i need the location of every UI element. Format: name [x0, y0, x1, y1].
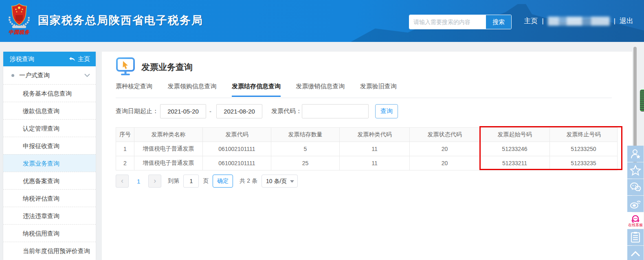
search-input[interactable]: [409, 15, 486, 29]
cell-stock-quantity: 25: [271, 156, 340, 170]
sidebar-home-label: 主页: [78, 55, 90, 63]
invoice-code-label: 发票代码：: [271, 107, 302, 115]
goto-page-input[interactable]: [183, 175, 199, 188]
next-page-button[interactable]: ›: [148, 175, 161, 188]
cell-seq: 2: [116, 156, 134, 170]
cell-invoice-code: 061002101111: [203, 156, 271, 170]
sidebar-item-violations[interactable]: 违法违章查询: [3, 207, 96, 224]
sidebar-group-one-stop-query[interactable]: 一户式查询: [3, 66, 96, 84]
cell-stock-quantity: 5: [271, 142, 340, 156]
total-count: 共 2 条: [240, 177, 257, 185]
tab-invoice-type-approval[interactable]: 票种核定查询: [116, 83, 152, 96]
invoice-code-input[interactable]: [302, 104, 369, 118]
query-filters: 查询日期起止： - 发票代码： 查询: [116, 104, 398, 118]
cell-invoice-type-name: 增值税电子普通发票: [134, 142, 203, 156]
date-from-input[interactable]: [160, 104, 206, 118]
sidebar-item-tax-basic-info[interactable]: 税务基本信息查询: [3, 84, 96, 102]
wechat-icon: [630, 182, 641, 192]
national-emblem-icon: [7, 2, 32, 30]
page-size-value: 10 条/页: [266, 178, 287, 184]
cell-invoice-code: 061002101111: [203, 142, 271, 156]
sidebar-item-invoice-business[interactable]: 发票业务查询: [3, 154, 96, 172]
col-start-number: 发票起始号码: [480, 128, 550, 142]
page-size-select[interactable]: 10 条/页: [262, 175, 298, 188]
sidebar-home-button[interactable]: 主页: [69, 55, 90, 63]
col-stock-quantity: 发票结存数量: [271, 128, 340, 142]
weibo-share-button[interactable]: [627, 196, 644, 212]
tab-bar: 票种核定查询 发票领购信息查询 发票结存信息查询 发票缴销信息查询 发票验旧查询: [116, 83, 612, 98]
back-to-top-button[interactable]: [627, 246, 644, 260]
chevron-down-icon: [84, 74, 90, 77]
main-panel: 发票业务查询 票种核定查询 发票领购信息查询 发票结存信息查询 发票缴销信息查询…: [102, 52, 632, 260]
cell-seq: 1: [116, 142, 134, 156]
page-title: 发票业务查询: [141, 61, 193, 73]
app-header: 中国税务 国家税务总局陕西省电子税务局 搜索 主页 | | 退出: [0, 0, 644, 42]
logout-link[interactable]: 退出: [620, 16, 633, 26]
sidebar-item-credit-preassessment[interactable]: 当前年度信用预评价查询: [3, 242, 96, 259]
tab-invoice-verification[interactable]: 发票验旧查询: [360, 83, 397, 96]
col-invoice-type-name: 发票种类名称: [134, 128, 203, 142]
sidebar: 涉税查询 主页 一户式查询 税务基本信息查询 缴款信息查询 认定管理查询 申报征…: [3, 52, 96, 260]
date-separator: -: [209, 108, 211, 115]
goto-page-prefix: 到第: [168, 177, 179, 185]
back-arrow-icon: [69, 57, 75, 61]
member-favorite-button[interactable]: [627, 146, 644, 162]
col-end-number: 发票终止号码: [550, 128, 618, 142]
header-search: 搜索: [409, 15, 512, 29]
cell-invoice-type-name: 增值税电子普通发票: [134, 156, 203, 170]
search-button[interactable]: 搜索: [486, 15, 511, 29]
favorite-button[interactable]: [627, 162, 644, 179]
header-nav: 主页 | | 退出: [524, 16, 633, 26]
browser-extension-handle[interactable]: [640, 90, 644, 111]
sidebar-item-tax-assessment[interactable]: 纳税评估查询: [3, 189, 96, 207]
sidebar-group-label: 一户式查询: [19, 72, 50, 79]
guide-list-button[interactable]: [627, 229, 644, 245]
current-page[interactable]: 1: [137, 178, 140, 185]
dropdown-caret-icon: [290, 180, 294, 183]
sidebar-item-preferential-filing[interactable]: 优惠备案查询: [3, 172, 96, 189]
date-to-input[interactable]: [216, 104, 262, 118]
tab-invoice-purchase-info[interactable]: 发票领购信息查询: [167, 83, 216, 96]
sidebar-item-payment-info[interactable]: 缴款信息查询: [3, 102, 96, 119]
col-invoice-code: 发票代码: [203, 128, 271, 142]
user-star-icon: [630, 149, 641, 159]
cell-start-number: 51233211: [480, 156, 550, 170]
site-title: 国家税务总局陕西省电子税务局: [38, 13, 203, 28]
cell-invoice-type-code: 11: [340, 156, 410, 170]
sidebar-item-recognition-mgmt[interactable]: 认定管理查询: [3, 119, 96, 137]
prev-page-button[interactable]: ‹: [116, 175, 129, 188]
query-button[interactable]: 查询: [375, 104, 398, 118]
table-header-row: 序号 发票种类名称 发票代码 发票结存数量 发票种类代码 发票状态代码 发票起始…: [116, 128, 618, 142]
home-link[interactable]: 主页: [524, 16, 538, 26]
customer-service-icon: [631, 215, 640, 223]
col-invoice-type-code: 发票种类代码: [340, 128, 410, 142]
nav-separator: |: [542, 17, 543, 25]
col-invoice-status-code: 发票状态代码: [410, 128, 480, 142]
tax-bureau-logo: 中国税务: [5, 2, 33, 40]
cell-start-number: 51233246: [480, 142, 550, 156]
clipboard-icon: [631, 232, 640, 243]
sidebar-item-tax-credit[interactable]: 纳税信用查询: [3, 224, 96, 242]
invoice-stock-table: 序号 发票种类名称 发票代码 发票结存数量 发票种类代码 发票状态代码 发票起始…: [116, 127, 618, 170]
date-range-label: 查询日期起止：: [116, 107, 158, 115]
weibo-icon: [630, 199, 641, 209]
online-customer-service-button[interactable]: 在线客服: [627, 212, 644, 229]
username-redacted: [548, 17, 610, 26]
table-row: 2 增值税电子普通发票 061002101111 25 11 20 512332…: [116, 156, 618, 170]
pagination: ‹ 1 › 到第 页 确定 共 2 条 10 条/页: [116, 175, 298, 188]
col-seq: 序号: [116, 128, 134, 142]
nav-separator: |: [614, 17, 615, 25]
cell-end-number: 51233250: [550, 142, 618, 156]
logo-caption: 中国税务: [5, 29, 33, 36]
cell-invoice-status-code: 20: [410, 142, 480, 156]
customer-service-label: 在线客服: [628, 223, 643, 227]
wechat-share-button[interactable]: [627, 179, 644, 195]
confirm-page-button[interactable]: 确定: [213, 175, 233, 188]
tab-invoice-stock-info[interactable]: 发票结存信息查询: [232, 83, 281, 97]
goto-page-suffix: 页: [203, 177, 209, 185]
cell-invoice-status-code: 20: [410, 156, 480, 170]
sidebar-item-declaration-collection[interactable]: 申报征收查询: [3, 137, 96, 154]
tab-invoice-cancellation-info[interactable]: 发票缴销信息查询: [296, 83, 345, 96]
table-row: 1 增值税电子普通发票 061002101111 5 11 20 5123324…: [116, 142, 618, 156]
sidebar-header: 涉税查询 主页: [3, 52, 96, 66]
